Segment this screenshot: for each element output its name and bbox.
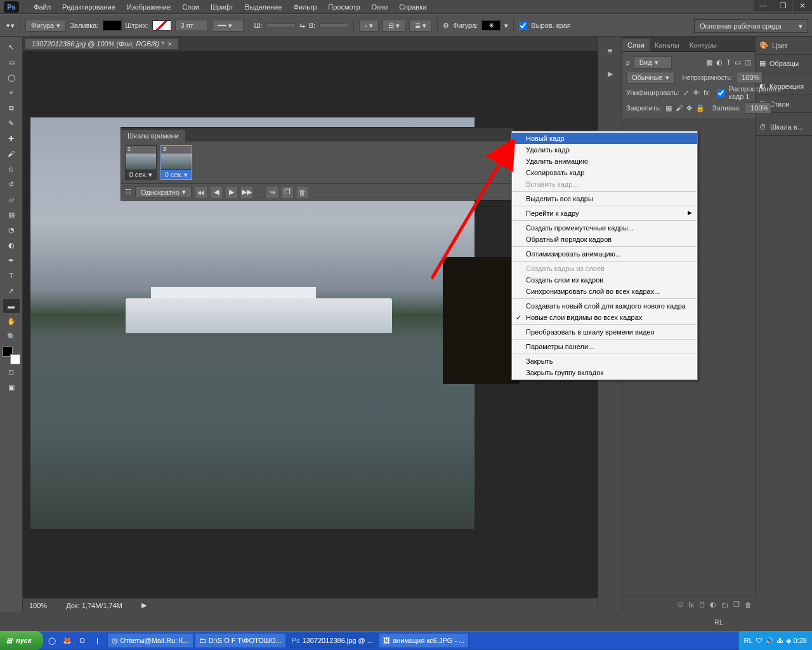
menu-type[interactable]: Шрифт [205,1,239,13]
gear-icon[interactable]: ⚙ [443,22,449,30]
stroke-swatch[interactable] [152,20,171,30]
swatches-panel-btn[interactable]: ▦Образцы [756,55,812,72]
lock-all-icon[interactable]: 🔒 [696,104,705,112]
filter-type-icon[interactable]: T [726,58,731,66]
path-op[interactable]: ▫ ▾ [359,20,379,32]
tool-preset-icon[interactable]: ✦▾ [5,22,15,30]
context-menu-item[interactable]: Обратный порядок кадров [512,234,697,245]
new-layer-icon[interactable]: ❐ [733,600,740,609]
context-menu-item[interactable]: Закрыть группу вкладок [512,367,697,378]
adjust-layer-icon[interactable]: ◐ [710,600,716,609]
type-tool-icon[interactable]: T [3,269,20,282]
menu-file[interactable]: Файл [28,1,56,13]
menu-image[interactable]: Изображение [121,1,176,13]
mask-icon[interactable]: ◻ [699,600,705,609]
menu-filter[interactable]: Фильтр [287,1,322,13]
filter-shape-icon[interactable]: ▭ [735,58,741,67]
menu-select[interactable]: Выделение [239,1,287,13]
fx-icon[interactable]: fx [688,601,694,609]
propagate-checkbox[interactable] [717,89,725,97]
chrome-icon[interactable]: ◯ [46,634,58,647]
eraser-tool-icon[interactable]: ▱ [3,192,20,206]
move-tool-icon[interactable]: ↖ [3,40,20,54]
context-menu-item[interactable]: Новые слои видимы во всех кадрах [512,312,697,323]
height-field[interactable] [319,23,348,27]
width-field[interactable] [266,23,296,27]
shape-tool-icon[interactable]: ▬ [3,299,20,313]
blend-mode-dropdown[interactable]: Обычные ▾ [626,72,675,84]
context-menu-item[interactable]: Преобразовать в шкалу времени видео [512,326,697,338]
opera-icon[interactable]: O [76,634,89,647]
timeline-frame-1[interactable]: 1 0 сек.▾ [125,145,157,180]
context-menu-item[interactable]: Синхронизировать слой во всех кадрах... [512,286,697,297]
lock-pos-icon[interactable]: ✥ [686,104,692,112]
color-panel-btn[interactable]: 🎨Цвет [756,37,812,55]
fill-swatch[interactable] [103,20,122,30]
history-dock-icon[interactable]: ≣ [601,43,619,58]
menu-edit[interactable]: Редактирование [56,1,121,13]
context-menu-item[interactable]: Удалить анимацию [512,156,697,167]
context-menu-item[interactable]: Создать слои из кадров [512,274,697,286]
close-button[interactable]: ✕ [793,0,812,11]
context-menu-item[interactable]: Удалить кадр [512,144,697,156]
lock-trans-icon[interactable]: ▦ [665,104,672,112]
tray-volume-icon[interactable]: 🔊 [765,637,774,645]
tray-clock[interactable]: 0:28 [794,637,807,644]
brush-tool-icon[interactable]: 🖌 [3,147,20,161]
filter-pixel-icon[interactable]: ▩ [706,58,712,67]
taskbar-item-0[interactable]: ◷Ответы@Mail.Ru: К... [107,633,193,648]
layer-kind-dropdown[interactable]: Вид ▾ [634,56,672,69]
next-frame-button[interactable]: ▶▶ [241,187,252,198]
pen-tool-icon[interactable]: ✒ [3,253,20,267]
context-menu-item[interactable]: Новый кадр [512,133,697,144]
tl-loop-icon[interactable]: ☷ [125,188,131,196]
timeline-frame-2[interactable]: 2 0 сек.▾ [160,145,192,180]
arrange[interactable]: ≣ ▾ [409,20,432,32]
unify-style-icon[interactable]: fx [704,89,709,96]
filter-adjust-icon[interactable]: ◐ [716,58,723,67]
layers-tab[interactable]: Слои [622,39,650,51]
stamp-tool-icon[interactable]: ⎌ [3,162,20,176]
paths-tab[interactable]: Контуры [684,39,722,51]
context-menu-item[interactable]: Закрыть [512,355,697,367]
doc-tab[interactable]: 13072012386.jpg @ 100% (Фон, RGB/8) *× [25,39,178,49]
context-menu-item[interactable]: Скопировать кадр [512,167,697,178]
lasso-tool-icon[interactable]: ◯ [3,70,20,84]
trash-icon[interactable]: 🗑 [745,601,752,609]
blur-tool-icon[interactable]: ◔ [3,223,20,237]
custom-shape-picker[interactable]: ✳ [481,20,501,30]
maximize-button[interactable]: ❐ [773,0,792,11]
menu-window[interactable]: Окно [366,1,394,13]
delete-frame-button[interactable]: 🗑 [297,187,308,198]
link-layers-icon[interactable]: ⦾ [678,600,683,609]
tween-button[interactable]: ↝ [266,187,278,198]
menu-view[interactable]: Просмотр [322,1,365,13]
menu-layer[interactable]: Слои [176,1,205,13]
stroke-style[interactable]: ━━ ▾ [212,20,244,32]
tray-app-icon[interactable]: ◈ [786,637,791,645]
timeline-loop-dropdown[interactable]: Однократно ▾ [135,186,192,198]
zoom-field[interactable]: 100% [29,602,47,609]
tray-shield-icon[interactable]: 🛡 [756,637,763,644]
filter-smart-icon[interactable]: ◫ [745,58,751,67]
quickmask-icon[interactable]: ◻ [3,365,20,379]
context-menu-item[interactable]: Перейти к кадру [512,208,697,219]
taskbar-item-1[interactable]: 🗀D:\S O F T\ФОТОШО... [195,633,286,648]
zoom-tool-icon[interactable]: 🔍 [3,329,20,343]
unify-pos-icon[interactable]: ⤢ [683,89,689,97]
start-button[interactable]: ⊞ пуск [0,631,43,650]
taskbar-item-2[interactable]: Ps13072012386.jpg @ ... [287,633,377,648]
minimize-button[interactable]: — [754,0,773,11]
path-select-icon[interactable]: ↗ [3,284,20,298]
unify-vis-icon[interactable]: 👁 [693,89,700,96]
marquee-tool-icon[interactable]: ▭ [3,55,20,69]
wand-tool-icon[interactable]: ✧ [3,86,20,100]
crop-tool-icon[interactable]: ⧉ [3,101,20,115]
shape-dropdown[interactable]: Фигура ▾ [25,20,66,32]
lang-tray[interactable]: RL [744,637,753,644]
timeline-panel-btn[interactable]: ⏱Шкала в... [756,118,812,136]
dodge-tool-icon[interactable]: ◐ [3,238,20,252]
channels-tab[interactable]: Каналы [650,39,684,51]
history-brush-icon[interactable]: ↺ [3,177,20,191]
new-frame-button[interactable]: ❐ [282,187,293,198]
